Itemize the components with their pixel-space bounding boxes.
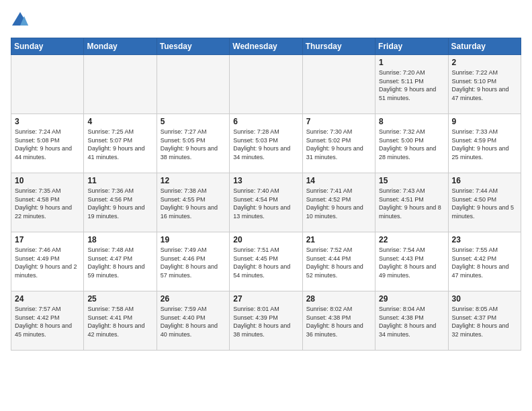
- day-number: 20: [233, 235, 298, 244]
- day-info: Sunrise: 7:40 AM Sunset: 4:54 PM Dayligh…: [233, 187, 298, 220]
- page-header: [11, 11, 521, 30]
- day-number: 5: [161, 117, 226, 126]
- calendar-cell: 17Sunrise: 7:46 AM Sunset: 4:49 PM Dayli…: [11, 232, 84, 291]
- day-info: Sunrise: 7:30 AM Sunset: 5:02 PM Dayligh…: [306, 128, 371, 161]
- header-day-sunday: Sunday: [11, 38, 84, 55]
- day-number: 2: [452, 58, 517, 67]
- header-day-thursday: Thursday: [302, 38, 375, 55]
- day-number: 4: [87, 117, 152, 126]
- day-info: Sunrise: 8:02 AM Sunset: 4:38 PM Dayligh…: [306, 305, 371, 338]
- week-row-5: 24Sunrise: 7:57 AM Sunset: 4:42 PM Dayli…: [11, 291, 521, 351]
- calendar-cell: 1Sunrise: 7:20 AM Sunset: 5:11 PM Daylig…: [375, 55, 448, 114]
- day-info: Sunrise: 7:58 AM Sunset: 4:41 PM Dayligh…: [87, 305, 152, 338]
- day-number: 17: [15, 235, 80, 244]
- day-number: 22: [379, 235, 444, 244]
- calendar-cell: 18Sunrise: 7:48 AM Sunset: 4:47 PM Dayli…: [84, 232, 157, 291]
- day-info: Sunrise: 7:27 AM Sunset: 5:05 PM Dayligh…: [161, 128, 226, 161]
- day-number: 7: [306, 117, 371, 126]
- calendar-cell: 30Sunrise: 8:05 AM Sunset: 4:37 PM Dayli…: [448, 291, 521, 351]
- calendar-cell: 20Sunrise: 7:51 AM Sunset: 4:45 PM Dayli…: [230, 232, 302, 291]
- calendar-cell: 6Sunrise: 7:28 AM Sunset: 5:03 PM Daylig…: [230, 114, 302, 173]
- day-info: Sunrise: 8:01 AM Sunset: 4:39 PM Dayligh…: [233, 305, 298, 338]
- day-number: 27: [233, 294, 298, 304]
- day-info: Sunrise: 7:38 AM Sunset: 4:55 PM Dayligh…: [161, 187, 226, 220]
- day-info: Sunrise: 7:25 AM Sunset: 5:07 PM Dayligh…: [87, 128, 152, 161]
- calendar-cell: [11, 55, 84, 114]
- week-row-1: 1Sunrise: 7:20 AM Sunset: 5:11 PM Daylig…: [11, 55, 521, 114]
- calendar-cell: 14Sunrise: 7:41 AM Sunset: 4:52 PM Dayli…: [302, 173, 375, 232]
- day-info: Sunrise: 7:44 AM Sunset: 4:50 PM Dayligh…: [452, 187, 517, 220]
- calendar-cell: 11Sunrise: 7:36 AM Sunset: 4:56 PM Dayli…: [84, 173, 157, 232]
- calendar-cell: 7Sunrise: 7:30 AM Sunset: 5:02 PM Daylig…: [302, 114, 375, 173]
- day-number: 30: [452, 294, 517, 304]
- day-info: Sunrise: 7:24 AM Sunset: 5:08 PM Dayligh…: [15, 128, 80, 161]
- day-number: 23: [452, 235, 517, 244]
- day-info: Sunrise: 7:28 AM Sunset: 5:03 PM Dayligh…: [233, 128, 298, 161]
- day-info: Sunrise: 7:59 AM Sunset: 4:40 PM Dayligh…: [161, 305, 226, 338]
- day-info: Sunrise: 7:51 AM Sunset: 4:45 PM Dayligh…: [233, 246, 298, 279]
- day-number: 8: [379, 117, 444, 126]
- day-info: Sunrise: 7:41 AM Sunset: 4:52 PM Dayligh…: [306, 187, 371, 220]
- calendar-cell: 9Sunrise: 7:33 AM Sunset: 4:59 PM Daylig…: [448, 114, 521, 173]
- header-row: SundayMondayTuesdayWednesdayThursdayFrid…: [11, 38, 521, 55]
- day-info: Sunrise: 7:35 AM Sunset: 4:58 PM Dayligh…: [15, 187, 80, 220]
- day-number: 6: [233, 117, 298, 126]
- calendar-cell: 22Sunrise: 7:54 AM Sunset: 4:43 PM Dayli…: [375, 232, 448, 291]
- day-info: Sunrise: 7:55 AM Sunset: 4:42 PM Dayligh…: [452, 246, 517, 279]
- day-info: Sunrise: 7:52 AM Sunset: 4:44 PM Dayligh…: [306, 246, 371, 279]
- day-info: Sunrise: 7:32 AM Sunset: 5:00 PM Dayligh…: [379, 128, 444, 161]
- calendar-cell: 8Sunrise: 7:32 AM Sunset: 5:00 PM Daylig…: [375, 114, 448, 173]
- day-number: 21: [306, 235, 371, 244]
- calendar-table: SundayMondayTuesdayWednesdayThursdayFrid…: [11, 38, 521, 351]
- calendar-cell: 24Sunrise: 7:57 AM Sunset: 4:42 PM Dayli…: [11, 291, 84, 351]
- day-number: 11: [87, 176, 152, 185]
- day-number: 28: [306, 294, 371, 304]
- day-info: Sunrise: 7:33 AM Sunset: 4:59 PM Dayligh…: [452, 128, 517, 161]
- week-row-4: 17Sunrise: 7:46 AM Sunset: 4:49 PM Dayli…: [11, 232, 521, 291]
- day-number: 12: [161, 176, 226, 185]
- day-info: Sunrise: 7:36 AM Sunset: 4:56 PM Dayligh…: [87, 187, 152, 220]
- day-number: 25: [87, 294, 152, 304]
- calendar-cell: 29Sunrise: 8:04 AM Sunset: 4:38 PM Dayli…: [375, 291, 448, 351]
- calendar-cell: 26Sunrise: 7:59 AM Sunset: 4:40 PM Dayli…: [157, 291, 229, 351]
- day-info: Sunrise: 7:48 AM Sunset: 4:47 PM Dayligh…: [87, 246, 152, 279]
- day-info: Sunrise: 7:20 AM Sunset: 5:11 PM Dayligh…: [379, 68, 444, 102]
- calendar-cell: [157, 55, 229, 114]
- calendar-cell: 10Sunrise: 7:35 AM Sunset: 4:58 PM Dayli…: [11, 173, 84, 232]
- logo: [11, 11, 32, 30]
- calendar-cell: 27Sunrise: 8:01 AM Sunset: 4:39 PM Dayli…: [230, 291, 302, 351]
- day-number: 1: [379, 58, 444, 67]
- calendar-cell: 2Sunrise: 7:22 AM Sunset: 5:10 PM Daylig…: [448, 55, 521, 114]
- day-number: 16: [452, 176, 517, 185]
- calendar-cell: 15Sunrise: 7:43 AM Sunset: 4:51 PM Dayli…: [375, 173, 448, 232]
- day-number: 19: [161, 235, 226, 244]
- day-number: 14: [306, 176, 371, 185]
- day-info: Sunrise: 7:57 AM Sunset: 4:42 PM Dayligh…: [15, 305, 80, 338]
- calendar-cell: 21Sunrise: 7:52 AM Sunset: 4:44 PM Dayli…: [302, 232, 375, 291]
- calendar-cell: 12Sunrise: 7:38 AM Sunset: 4:55 PM Dayli…: [157, 173, 229, 232]
- day-number: 10: [15, 176, 80, 185]
- week-row-2: 3Sunrise: 7:24 AM Sunset: 5:08 PM Daylig…: [11, 114, 521, 173]
- calendar-cell: 28Sunrise: 8:02 AM Sunset: 4:38 PM Dayli…: [302, 291, 375, 351]
- header-day-monday: Monday: [84, 38, 157, 55]
- day-number: 24: [15, 294, 80, 304]
- calendar-cell: 19Sunrise: 7:49 AM Sunset: 4:46 PM Dayli…: [157, 232, 229, 291]
- calendar-cell: 5Sunrise: 7:27 AM Sunset: 5:05 PM Daylig…: [157, 114, 229, 173]
- header-day-saturday: Saturday: [448, 38, 521, 55]
- day-info: Sunrise: 7:54 AM Sunset: 4:43 PM Dayligh…: [379, 246, 444, 279]
- calendar-cell: 3Sunrise: 7:24 AM Sunset: 5:08 PM Daylig…: [11, 114, 84, 173]
- calendar-cell: 23Sunrise: 7:55 AM Sunset: 4:42 PM Dayli…: [448, 232, 521, 291]
- day-number: 9: [452, 117, 517, 126]
- day-info: Sunrise: 7:43 AM Sunset: 4:51 PM Dayligh…: [379, 187, 444, 220]
- header-day-wednesday: Wednesday: [230, 38, 302, 55]
- day-number: 26: [161, 294, 226, 304]
- calendar-cell: [84, 55, 157, 114]
- logo-icon: [11, 11, 30, 30]
- calendar-cell: 13Sunrise: 7:40 AM Sunset: 4:54 PM Dayli…: [230, 173, 302, 232]
- day-info: Sunrise: 8:04 AM Sunset: 4:38 PM Dayligh…: [379, 305, 444, 338]
- day-number: 18: [87, 235, 152, 244]
- calendar-cell: [230, 55, 302, 114]
- header-day-friday: Friday: [375, 38, 448, 55]
- calendar-cell: 25Sunrise: 7:58 AM Sunset: 4:41 PM Dayli…: [84, 291, 157, 351]
- week-row-3: 10Sunrise: 7:35 AM Sunset: 4:58 PM Dayli…: [11, 173, 521, 232]
